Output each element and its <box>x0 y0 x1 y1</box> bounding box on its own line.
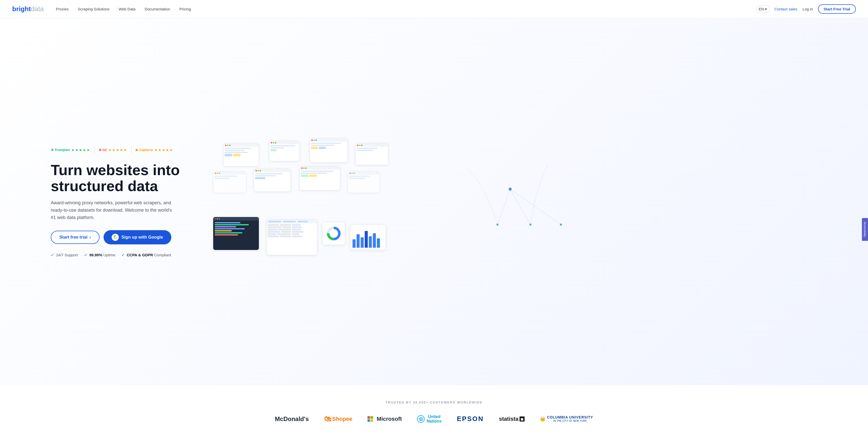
browser-card-1 <box>223 144 259 166</box>
statista-logo: statista ◼ <box>499 416 525 422</box>
capterra-rating: ▶ Capterra ★★★★★ <box>136 148 173 152</box>
svg-line-1 <box>510 189 530 225</box>
hero-content: ★ Trustpilot ★★★★★ ⊛ G2 ★★★★★ ▶ Capterra… <box>51 146 203 257</box>
trustpilot-logo: ★ Trustpilot <box>51 148 70 152</box>
ratings-row: ★ Trustpilot ★★★★★ ⊛ G2 ★★★★★ ▶ Capterra… <box>51 146 203 154</box>
data-table-card <box>267 220 317 255</box>
nav-scraping-solutions[interactable]: Scraping Solutions <box>78 7 110 11</box>
browser-card-2 <box>269 141 300 161</box>
nav-right: EN ▾ Contact sales Log in Start Free Tri… <box>756 4 856 14</box>
shopee-icon: 🛍 <box>324 415 331 423</box>
svg-point-4 <box>529 224 531 226</box>
browser-card-7 <box>300 166 340 190</box>
trustpilot-rating: ★ Trustpilot ★★★★★ <box>51 148 90 152</box>
browser-card-6 <box>254 169 290 192</box>
mcdonalds-logo: McDonald's <box>275 415 309 423</box>
start-free-trial-button[interactable]: Start Free Trial <box>818 4 856 14</box>
navbar: bright data Proxies Scraping Solutions W… <box>0 0 868 18</box>
accessibility-tab[interactable]: Accessibility <box>862 218 868 241</box>
nav-pricing[interactable]: Pricing <box>180 7 191 11</box>
logo-bright: bright <box>12 5 31 13</box>
svg-line-2 <box>510 189 561 225</box>
statista-icon: ◼ <box>520 416 525 422</box>
trust-badges: ✓ 24/7 Support ✓ 99.99% Uptime ✓ CCPA & … <box>51 252 203 257</box>
chevron-down-icon: ▾ <box>765 7 767 11</box>
svg-line-0 <box>497 189 510 225</box>
check-icon-uptime: ✓ <box>84 252 87 257</box>
company-logos-row: McDonald's 🛍 Shopee Microsoft 🌐 United N… <box>51 414 817 423</box>
capterra-stars: ★★★★★ <box>154 148 173 152</box>
bar-chart-card <box>350 225 386 250</box>
columbia-logo: 👑 COLUMBIA UNIVERSITY IN THE CITY OF NEW… <box>540 415 593 423</box>
united-nations-logo: 🌐 United Nations <box>417 414 442 423</box>
microsoft-grid-icon <box>368 416 373 422</box>
google-icon: G <box>112 234 119 241</box>
hero-subtitle: Award-winning proxy networks, powerful w… <box>51 199 178 221</box>
rating-divider-1 <box>94 146 95 154</box>
trust-compliance: ✓ CCPA & GDPR Compliant <box>121 252 171 257</box>
logo-data: data <box>31 5 44 13</box>
nav-proxies[interactable]: Proxies <box>56 7 68 11</box>
donut-chart-card <box>322 222 345 245</box>
sign-up-google-button[interactable]: G Sign up with Google <box>103 230 171 244</box>
svg-point-10 <box>331 231 336 236</box>
cta-buttons: Start free trial › G Sign up with Google <box>51 230 203 244</box>
hero-section: ★ Trustpilot ★★★★★ ⊛ G2 ★★★★★ ▶ Capterra… <box>0 18 868 385</box>
epson-logo: EPSON <box>457 415 484 423</box>
capterra-logo: ▶ Capterra <box>136 148 153 152</box>
g2-stars: ★★★★★ <box>108 148 127 152</box>
g2-rating: ⊛ G2 ★★★★★ <box>99 148 127 152</box>
microsoft-logo: Microsoft <box>368 416 402 422</box>
nav-links: Proxies Scraping Solutions Web Data Docu… <box>56 7 756 11</box>
check-icon-compliance: ✓ <box>121 252 125 257</box>
trust-support: ✓ 24/7 Support <box>51 252 78 257</box>
nav-web-data[interactable]: Web Data <box>119 7 135 11</box>
columbia-crown-icon: 👑 <box>540 416 546 422</box>
browser-card-3 <box>310 138 348 162</box>
g2-logo: ⊛ G2 <box>99 148 107 152</box>
arrow-icon: › <box>90 235 91 240</box>
check-icon-support: ✓ <box>51 252 54 257</box>
nav-documentation[interactable]: Documentation <box>145 7 170 11</box>
hero-illustration <box>203 138 817 265</box>
svg-point-3 <box>496 224 498 226</box>
svg-point-6 <box>508 188 512 191</box>
svg-point-5 <box>560 224 562 226</box>
hero-title: Turn websites into structured data <box>51 162 203 194</box>
language-selector[interactable]: EN ▾ <box>756 6 769 13</box>
shopee-logo: 🛍 Shopee <box>324 415 352 423</box>
rating-divider-2 <box>131 146 132 154</box>
logo[interactable]: bright data <box>12 5 44 13</box>
login-link[interactable]: Log in <box>803 7 813 11</box>
contact-sales-link[interactable]: Contact sales <box>774 7 798 11</box>
browser-card-4 <box>355 144 388 165</box>
start-free-trial-hero-button[interactable]: Start free trial › <box>51 231 99 244</box>
trustpilot-stars: ★★★★★ <box>71 148 90 152</box>
illustration-container <box>203 138 817 265</box>
browser-card-8 <box>348 171 379 193</box>
trust-uptime: ✓ 99.99% Uptime <box>84 252 116 257</box>
code-card <box>213 217 259 250</box>
trusted-title: TRUSTED BY 20,000+ CUSTOMERS WORLDWIDE <box>51 401 817 404</box>
browser-card-5 <box>213 171 246 193</box>
trusted-section: TRUSTED BY 20,000+ CUSTOMERS WORLDWIDE M… <box>0 385 868 436</box>
un-emblem: 🌐 <box>417 415 425 423</box>
